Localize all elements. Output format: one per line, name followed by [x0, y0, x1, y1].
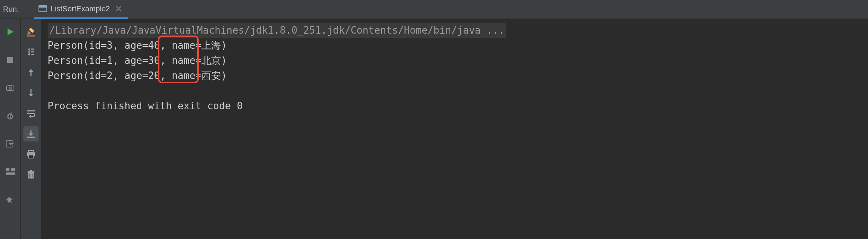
- svg-rect-41: [29, 151, 33, 152]
- svg-point-7: [9, 87, 11, 89]
- rerun-button[interactable]: [3, 24, 18, 39]
- output-line: Person(id=1, age=30, name=北京): [48, 53, 862, 68]
- trash-button[interactable]: [23, 167, 39, 182]
- up-button[interactable]: [23, 65, 39, 80]
- console-output[interactable]: /Library/Java/JavaVirtualMachines/jdk1.8…: [42, 19, 868, 239]
- pin-button[interactable]: [3, 192, 18, 207]
- svg-rect-22: [6, 172, 15, 175]
- svg-rect-46: [30, 170, 32, 171]
- close-icon[interactable]: [116, 6, 121, 11]
- svg-marker-37: [29, 115, 31, 118]
- command-line: /Library/Java/JavaVirtualMachines/jdk1.8…: [48, 23, 506, 38]
- run-label: Run:: [3, 5, 19, 14]
- stop-button[interactable]: [3, 52, 18, 67]
- svg-marker-40: [29, 133, 33, 136]
- svg-rect-45: [28, 171, 34, 172]
- output-line: Person(id=3, age=40, name=上海): [48, 38, 862, 53]
- exit-line: Process finished with exit code 0: [48, 98, 862, 113]
- svg-rect-8: [8, 85, 12, 86]
- svg-marker-23: [6, 196, 14, 204]
- svg-rect-43: [29, 155, 33, 158]
- svg-rect-25: [29, 28, 34, 33]
- svg-rect-1: [39, 6, 47, 8]
- dump-threads-button[interactable]: [3, 80, 18, 95]
- svg-marker-4: [8, 28, 14, 35]
- down-button[interactable]: [23, 85, 39, 101]
- layout-button[interactable]: [3, 164, 18, 179]
- scroll-to-end-button[interactable]: [23, 126, 39, 141]
- svg-marker-35: [29, 94, 33, 97]
- svg-marker-28: [28, 54, 31, 56]
- debug-button[interactable]: [3, 108, 18, 123]
- svg-rect-20: [6, 168, 9, 171]
- svg-rect-6: [6, 86, 14, 90]
- svg-rect-5: [7, 57, 13, 63]
- left-toolbar: [0, 19, 21, 239]
- output-line: Person(id=2, age=20, name=西安): [48, 68, 862, 83]
- soft-wrap-button[interactable]: [23, 106, 39, 121]
- svg-line-16: [11, 113, 12, 114]
- svg-marker-24: [27, 31, 31, 35]
- step-button[interactable]: [23, 45, 39, 60]
- exit-button[interactable]: [3, 136, 18, 151]
- console-toolbar: [21, 19, 42, 239]
- print-button[interactable]: [23, 147, 39, 162]
- edit-button[interactable]: [23, 24, 39, 39]
- svg-rect-21: [11, 168, 15, 171]
- run-tool-header: Run: ListSortExample2: [0, 0, 868, 19]
- application-icon: [39, 5, 47, 13]
- svg-marker-33: [29, 69, 33, 72]
- run-tab[interactable]: ListSortExample2: [34, 0, 128, 19]
- svg-line-15: [9, 113, 9, 114]
- tab-label: ListSortExample2: [51, 5, 110, 13]
